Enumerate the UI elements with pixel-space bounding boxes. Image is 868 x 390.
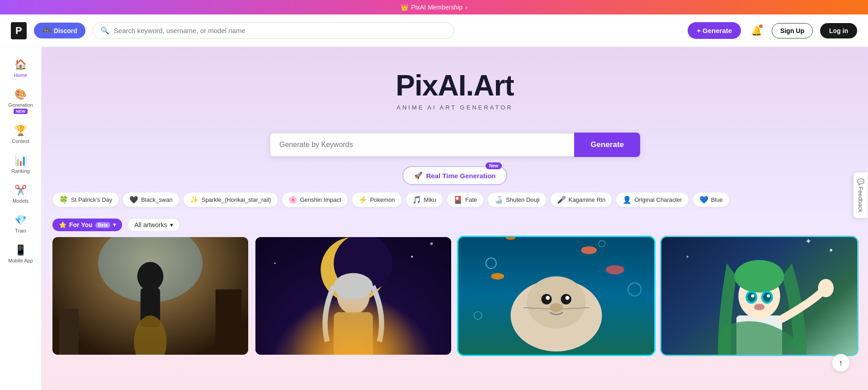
sidebar-item-ranking[interactable]: 📊 Ranking [3,150,39,178]
gallery: ✦ ✦ [42,237,868,355]
hero-title: PixAI.Art [51,69,859,102]
generation-new-badge: NEW [14,109,28,114]
sidebar-item-train[interactable]: 💎 Train [3,210,39,238]
svg-rect-0 [52,237,248,355]
tag-black-swan[interactable]: 🖤 Black_swan [123,192,179,207]
tag-icon-0: 🍀 [59,195,68,204]
tag-icon-6: 🎴 [453,195,462,204]
membership-banner[interactable]: 👑 PixAI Membership › [0,0,868,14]
discord-label: Discord [54,27,77,34]
tag-genshin[interactable]: 🌸 Genshin Impact [282,192,348,207]
tab-for-you[interactable]: ⭐ For You Beta ▾ [52,219,122,231]
mobile-icon: 📱 [14,244,27,256]
tag-label-9: Original Character [634,196,682,203]
search-input[interactable] [114,27,447,34]
svg-rect-2 [59,309,78,355]
tag-label-3: Genshin Impact [300,196,341,203]
svg-point-5 [137,262,164,291]
realtime-new-badge: New [486,162,502,169]
svg-point-7 [134,315,166,355]
tag-label-4: Pokemon [370,196,395,203]
tag-icon-5: 🎵 [412,195,421,204]
tag-label-2: Sparkle_(Honkai_star_rail) [202,196,271,203]
scroll-up-icon: ↑ [839,358,843,368]
tag-label-6: Fate [465,196,477,203]
tag-original[interactable]: 👤 Original Character [616,192,689,207]
gallery-item-1[interactable] [52,237,248,355]
svg-point-52 [751,294,754,297]
header-generate-button[interactable]: + Generate [688,22,741,39]
tag-icon-1: 🖤 [129,195,138,204]
svg-rect-17 [334,312,373,355]
svg-point-24 [581,246,597,254]
scroll-up-button[interactable]: ↑ [832,354,850,372]
generate-input[interactable] [269,133,574,157]
realtime-icon: 🚀 [414,171,423,180]
gallery-item-3[interactable] [458,237,654,355]
sidebar-label-train: Train [15,228,26,233]
sidebar-label-generation: Generation [8,102,33,108]
svg-point-34 [566,296,570,300]
gallery-item-2[interactable] [255,237,451,355]
tab-chevron-icon[interactable]: ▾ [113,222,116,228]
tag-blue[interactable]: 💙 Blue [693,192,730,207]
tag-fate[interactable]: 🎴 Fate [447,192,484,207]
svg-point-33 [546,296,550,300]
hero-subtitle: ANIME AI ART GENERATOR [51,104,859,111]
tag-miku[interactable]: 🎵 Miku [406,192,443,207]
sidebar-item-home[interactable]: 🏠 Home [3,54,39,82]
logo[interactable]: P [11,22,27,39]
tag-st-patricks[interactable]: 🍀 St Patrick's Day [52,192,119,207]
discord-button[interactable]: 🎮 Discord [34,23,85,38]
header: P 🎮 Discord 🔍 + Generate 🔔 Sign Up Log i… [0,14,868,47]
svg-rect-3 [216,290,242,355]
svg-rect-6 [141,288,160,328]
tag-icon-3: 🌸 [288,195,297,204]
tag-icon-2: ✨ [190,195,199,204]
tag-kagamine[interactable]: 🎤 Kagamine Rin [550,192,613,207]
search-bar: 🔍 [93,22,454,39]
svg-point-15 [411,256,413,257]
signup-button[interactable]: Sign Up [772,23,813,38]
svg-point-10 [334,237,392,293]
notification-bell[interactable]: 🔔 [748,23,764,39]
feedback-label: Feedback [857,186,864,212]
svg-text:✦: ✦ [701,237,706,238]
train-icon: 💎 [14,214,27,226]
gallery-item-4[interactable]: ✦ ✦ [661,237,857,355]
tag-sparkle[interactable]: ✨ Sparkle_(Honkai_star_rail) [183,192,278,207]
realtime-section: 🚀 Real Time Generation New [402,166,508,185]
main-content: PixAI.Art ANIME AI ART GENERATOR Generat… [42,47,868,390]
sidebar: 🏠 Home 🎨 Generation NEW 🏆 Contest 📊 Rank… [0,47,42,390]
sidebar-item-models[interactable]: ✂️ Models [3,180,39,208]
sidebar-item-mobile[interactable]: 📱 Mobile App [3,240,39,268]
tab-all-artworks[interactable]: All artworks ▾ [127,218,179,232]
svg-point-35 [550,303,563,312]
tag-shuten[interactable]: 🍶 Shuten Douji [487,192,546,207]
tag-icon-7: 🍶 [494,195,503,204]
svg-point-13 [430,243,433,245]
generate-main-button[interactable]: Generate [574,133,640,157]
svg-point-25 [491,273,504,279]
sidebar-label-ranking: Ranking [11,168,29,174]
tag-pokemon[interactable]: ⚡ Pokemon [352,192,402,207]
svg-point-26 [606,265,624,274]
svg-point-51 [763,293,771,302]
sidebar-label-contest: Contest [12,138,29,144]
tabs-row: ⭐ For You Beta ▾ All artworks ▾ [42,214,868,237]
tag-icon-4: ⚡ [359,195,368,204]
models-icon: ✂️ [14,185,27,196]
svg-point-54 [754,304,764,310]
svg-point-18 [334,273,373,299]
realtime-button[interactable]: 🚀 Real Time Generation New [402,166,508,185]
tag-label-1: Black_swan [141,196,172,203]
sidebar-item-contest[interactable]: 🏆 Contest [3,120,39,148]
sidebar-item-generation[interactable]: 🎨 Generation NEW [3,84,39,119]
tag-label-8: Kagamine Rin [569,196,606,203]
feedback-button[interactable]: 💬 Feedback [853,172,868,219]
ranking-icon: 📊 [14,155,27,166]
svg-text:✦: ✦ [805,237,811,246]
banner-text: PixAI Membership [411,4,462,11]
main-layout: 🏠 Home 🎨 Generation NEW 🏆 Contest 📊 Rank… [0,47,868,390]
login-button[interactable]: Log in [820,23,857,38]
